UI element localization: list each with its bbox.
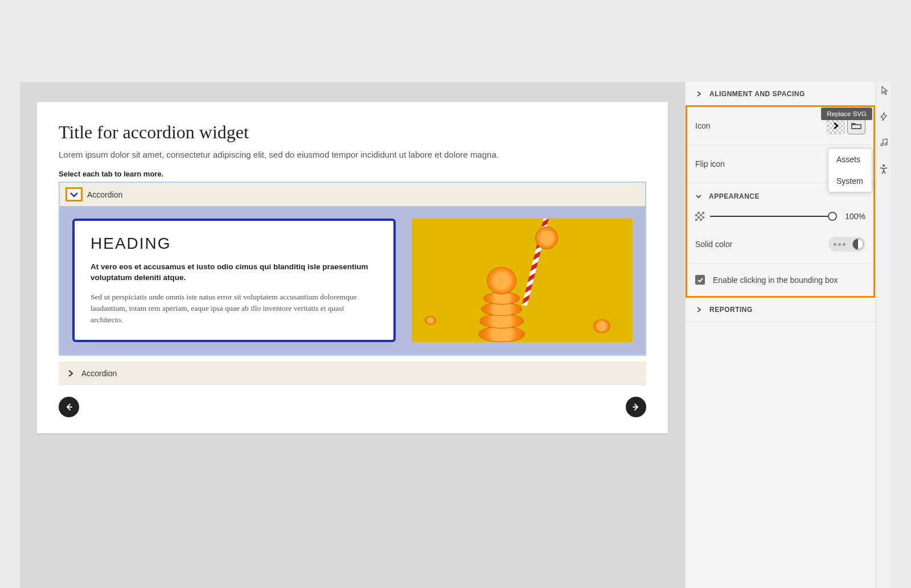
accordion-open[interactable]: Accordion HEADING At vero eos et accusam… — [59, 182, 646, 356]
accordion-body: HEADING At vero eos et accusamus et iust… — [60, 206, 645, 355]
replace-svg-tooltip: Replace SVG — [821, 108, 872, 120]
svg-point-1 — [883, 165, 885, 167]
chevron-down-icon — [695, 193, 702, 200]
chevron-right-icon — [696, 91, 703, 97]
transparency-icon — [695, 212, 704, 221]
replace-svg-dropdown: Assets System — [828, 148, 872, 192]
dropdown-item-assets[interactable]: Assets — [828, 149, 872, 170]
card-body-text: Sed ut perspiciatis unde omnis iste natu… — [91, 291, 377, 326]
color-swatch-icon[interactable] — [852, 239, 864, 250]
section-label: REPORTING — [709, 306, 753, 314]
content-card[interactable]: HEADING At vero eos et accusamus et iust… — [72, 219, 396, 342]
page-subtitle: Lorem ipsum dolor sit amet, consectetur … — [59, 150, 646, 159]
flip-icon-label: Flip icon — [695, 159, 725, 168]
card-bold-text: At vero eos et accusamus et iusto odio c… — [91, 262, 377, 283]
dropdown-item-system[interactable]: System — [828, 170, 872, 192]
check-icon — [697, 277, 704, 283]
nav-row — [59, 385, 646, 417]
page-title: Title for accordion widget — [59, 122, 646, 143]
slider-thumb[interactable] — [828, 212, 837, 221]
highlighted-section: Replace SVG Icon Assets System — [686, 105, 875, 298]
right-rail — [875, 82, 891, 588]
orange-piece — [535, 227, 558, 249]
chevron-right-icon — [67, 369, 75, 377]
accordion-chevron-selected[interactable] — [65, 187, 83, 202]
arrow-left-icon — [64, 402, 73, 412]
image-block[interactable] — [412, 219, 633, 342]
chevron-right-icon — [696, 306, 703, 313]
next-button[interactable] — [626, 397, 646, 417]
icon-label: Icon — [695, 121, 710, 130]
section-reporting[interactable]: REPORTING — [686, 298, 875, 322]
solid-color-row: Solid color — [687, 231, 873, 264]
accessibility-icon[interactable] — [879, 164, 889, 174]
section-alignment-spacing[interactable]: ALIGNMENT AND SPACING — [686, 82, 875, 106]
accordion-label: Accordion — [81, 369, 117, 378]
solid-color-label: Solid color — [695, 240, 732, 249]
color-control[interactable] — [828, 237, 865, 252]
prev-button[interactable] — [59, 397, 79, 417]
orange-stack — [478, 256, 556, 342]
chevron-right-icon — [832, 122, 840, 130]
cursor-icon[interactable] — [879, 85, 889, 96]
canvas-area: Title for accordion widget Lorem ipsum d… — [20, 82, 685, 588]
enable-click-label: Enable clicking in the bounding box — [713, 276, 838, 285]
page-preview: Title for accordion widget Lorem ipsum d… — [37, 102, 668, 433]
section-label: ALIGNMENT AND SPACING — [709, 90, 805, 98]
arrow-right-icon — [631, 402, 641, 412]
opacity-slider[interactable] — [710, 216, 832, 217]
opacity-value: 100% — [838, 212, 865, 221]
opacity-row: 100% — [687, 206, 873, 231]
orange-piece — [593, 319, 610, 333]
properties-panel: ALIGNMENT AND SPACING Replace SVG Icon — [685, 82, 891, 588]
enable-click-checkbox[interactable] — [695, 275, 705, 285]
appearance-label: APPEARANCE — [709, 192, 760, 200]
accordion-label: Accordion — [87, 190, 122, 199]
folder-icon — [851, 122, 861, 130]
page-instruction: Select each tab to learn more. — [59, 170, 646, 178]
accordion-closed[interactable]: Accordion — [59, 361, 646, 385]
orange-piece — [425, 316, 436, 325]
card-heading: HEADING — [91, 235, 377, 253]
music-icon[interactable] — [879, 138, 889, 148]
more-dots-icon[interactable] — [830, 243, 849, 246]
chevron-down-icon — [69, 191, 79, 198]
enable-click-row: Enable clicking in the bounding box — [687, 264, 873, 296]
lightning-icon[interactable] — [879, 112, 889, 122]
accordion-header[interactable]: Accordion — [60, 183, 645, 206]
